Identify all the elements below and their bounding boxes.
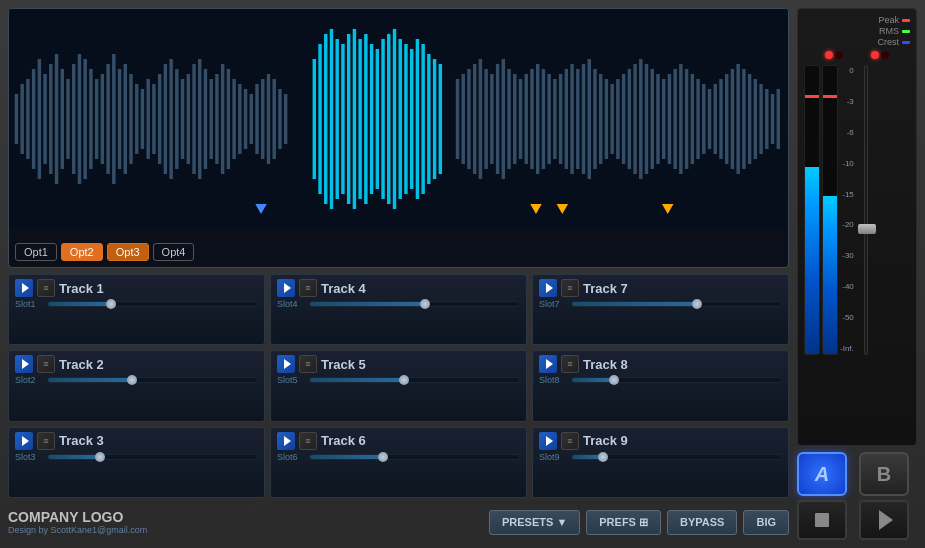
stop-button[interactable] (797, 500, 847, 540)
svg-rect-91 (565, 69, 568, 169)
waveform-section: Opt1 Opt2 Opt3 Opt4 (8, 8, 789, 268)
track-7-menu-icon[interactable] (561, 279, 579, 297)
svg-rect-43 (255, 84, 258, 154)
track-8-menu-icon[interactable] (561, 355, 579, 373)
svg-rect-70 (433, 59, 436, 179)
track-2-slider[interactable] (47, 377, 258, 383)
vertical-fader-track[interactable] (864, 65, 868, 355)
opt4-button[interactable]: Opt4 (153, 243, 195, 261)
svg-rect-21 (129, 74, 132, 164)
svg-rect-128 (777, 89, 780, 149)
track-9-name: Track 9 (583, 433, 782, 448)
svg-rect-10 (66, 79, 69, 159)
track-8-slider[interactable] (571, 377, 782, 383)
scale-40: -40 (840, 283, 854, 291)
track-4-slider[interactable] (309, 301, 520, 307)
svg-rect-65 (404, 44, 407, 194)
svg-rect-92 (570, 64, 573, 174)
opt2-button[interactable]: Opt2 (61, 243, 103, 261)
svg-rect-28 (169, 59, 172, 179)
svg-rect-69 (427, 54, 430, 184)
svg-rect-20 (124, 64, 127, 174)
svg-rect-63 (393, 29, 396, 209)
track-6-menu-icon[interactable] (299, 432, 317, 450)
track-2-menu-icon[interactable] (37, 355, 55, 373)
track-6-footer: Slot6 (277, 452, 520, 462)
left-meter-bar (804, 65, 820, 355)
track-1-header: Track 1 (15, 279, 258, 297)
track-2-slot-label: Slot2 (15, 375, 43, 385)
svg-rect-11 (72, 64, 75, 174)
bypass-button[interactable]: BYPASS (667, 510, 737, 535)
track-4-play-button[interactable] (277, 279, 295, 297)
svg-rect-5 (38, 59, 41, 179)
svg-rect-41 (244, 89, 247, 149)
svg-rect-61 (381, 39, 384, 199)
svg-rect-56 (353, 29, 356, 209)
svg-rect-81 (507, 69, 510, 169)
track-3-menu-icon[interactable] (37, 432, 55, 450)
track-6-play-button[interactable] (277, 432, 295, 450)
prefs-button[interactable]: PREFS ⊞ (586, 510, 661, 535)
track-9-slider[interactable] (571, 454, 782, 460)
svg-rect-33 (198, 59, 201, 179)
svg-rect-45 (267, 74, 270, 164)
svg-rect-122 (742, 69, 745, 169)
track-7-slider[interactable] (571, 301, 782, 307)
track-3-slot-label: Slot3 (15, 452, 43, 462)
company-logo: COMPANY LOGO Design by ScottKane1@gmail.… (8, 509, 147, 535)
svg-rect-94 (582, 64, 585, 174)
track-5-slider[interactable] (309, 377, 520, 383)
track-3-play-button[interactable] (15, 432, 33, 450)
meter-section: Peak RMS Crest (797, 8, 917, 446)
rms-dot (902, 30, 910, 33)
track-1-slider[interactable] (47, 301, 258, 307)
presets-button[interactable]: PRESETS ▼ (489, 510, 580, 535)
svg-rect-120 (731, 69, 734, 169)
meter-scale: 0 -3 -6 -10 -15 -20 -30 -40 -50 -Inf. (840, 65, 854, 355)
svg-rect-58 (364, 34, 367, 204)
svg-rect-113 (691, 74, 694, 164)
a-button[interactable]: A (797, 452, 847, 496)
track-3-slider[interactable] (47, 454, 258, 460)
svg-rect-35 (209, 79, 212, 159)
track-5-menu-icon[interactable] (299, 355, 317, 373)
track-4-menu-icon[interactable] (299, 279, 317, 297)
vertical-fader-thumb[interactable] (858, 224, 876, 234)
track-9-play-button[interactable] (539, 432, 557, 450)
svg-rect-87 (542, 69, 545, 169)
svg-rect-80 (502, 59, 505, 179)
left-meter-peak-indicator (805, 95, 819, 98)
opt1-button[interactable]: Opt1 (15, 243, 57, 261)
right-clip-indicator (881, 51, 889, 59)
track-2-play-button[interactable] (15, 355, 33, 373)
track-6-slider[interactable] (309, 454, 520, 460)
track-7-play-button[interactable] (539, 279, 557, 297)
company-sub: Design by ScottKane1@gmail.com (8, 525, 147, 535)
track-4-name: Track 4 (321, 281, 520, 296)
track-9-menu-icon[interactable] (561, 432, 579, 450)
b-button[interactable]: B (859, 452, 909, 496)
vertical-fader-container (856, 65, 876, 355)
svg-rect-3 (26, 79, 29, 159)
track-1-menu-icon[interactable] (37, 279, 55, 297)
svg-rect-127 (771, 94, 774, 144)
track-6-slot-label: Slot6 (277, 452, 305, 462)
track-5-slot-label: Slot5 (277, 375, 305, 385)
svg-rect-106 (651, 69, 654, 169)
opt3-button[interactable]: Opt3 (107, 243, 149, 261)
svg-rect-96 (593, 69, 596, 169)
track-5-play-button[interactable] (277, 355, 295, 373)
right-meter-bar (822, 65, 838, 355)
track-1-name: Track 1 (59, 281, 258, 296)
track-cell-9: Track 9 Slot9 (532, 427, 789, 498)
scale-20: -20 (840, 221, 854, 229)
controls-section: A B (797, 452, 917, 540)
svg-rect-90 (559, 74, 562, 164)
svg-rect-112 (685, 69, 688, 169)
track-1-play-button[interactable] (15, 279, 33, 297)
track-8-play-button[interactable] (539, 355, 557, 373)
play-button-main[interactable] (859, 500, 909, 540)
big-button[interactable]: BIG (743, 510, 789, 535)
svg-rect-79 (496, 64, 499, 174)
